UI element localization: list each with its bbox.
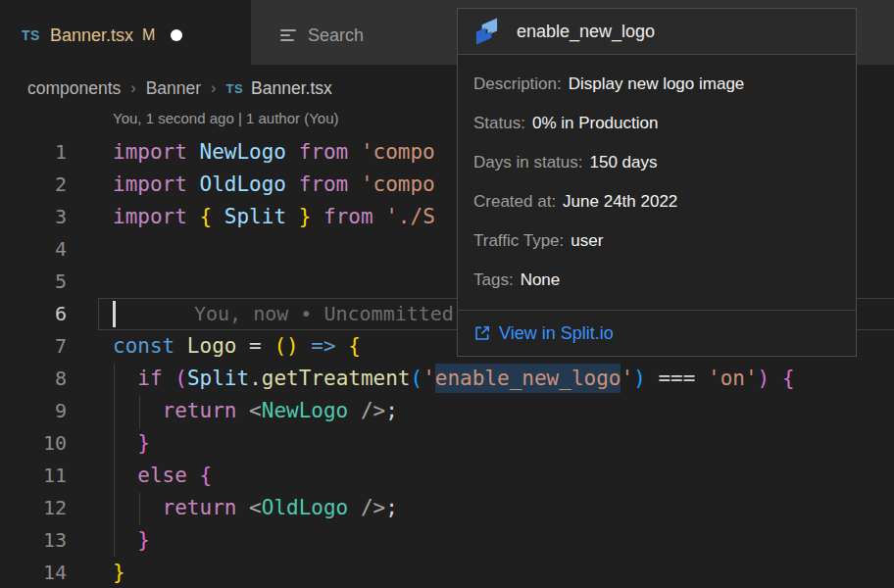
popup-row: Traffic Type:user	[473, 221, 840, 261]
line-number[interactable]: 11	[0, 460, 67, 492]
typescript-file-icon: TS	[22, 27, 40, 43]
code-line: return <OldLogo />;	[113, 492, 795, 524]
chevron-right-icon: ›	[130, 79, 135, 97]
popup-rows: Description:Display new logo imageStatus…	[458, 55, 856, 300]
line-number[interactable]: 9	[0, 395, 67, 427]
tab-search[interactable]: Search	[251, 0, 387, 65]
line-number[interactable]: 3	[0, 201, 67, 233]
line-number[interactable]: 14	[0, 557, 67, 588]
popup-row: Created at:June 24th 2022	[473, 182, 840, 221]
line-number[interactable]: 2	[0, 169, 67, 201]
search-editor-icon	[280, 29, 296, 41]
link-label: View in Split.io	[499, 323, 614, 344]
popup-row: Status:0% in Production	[473, 104, 840, 143]
code-line: }	[113, 557, 795, 588]
code-line: }	[113, 524, 795, 557]
typescript-file-icon: TS	[225, 81, 243, 96]
line-number[interactable]: 10	[0, 427, 67, 460]
popup-row: Days in status:150 days	[473, 143, 840, 182]
line-number[interactable]: 8	[0, 363, 67, 395]
tab-title: Banner.tsx	[50, 25, 133, 46]
line-number[interactable]: 4	[0, 233, 67, 266]
code-line: }	[113, 427, 795, 460]
breadcrumb-subfolder[interactable]: Banner	[146, 78, 201, 99]
popup-header: enable_new_logo	[458, 9, 856, 55]
split-io-logo-icon	[473, 17, 500, 46]
line-number[interactable]: 12	[0, 492, 67, 524]
tab-title: Search	[308, 25, 364, 46]
line-number[interactable]: 1	[0, 136, 67, 169]
breadcrumb-folder[interactable]: components	[27, 78, 121, 99]
breadcrumb: components › Banner › TS Banner.tsx	[27, 76, 332, 100]
split-flag-hover-popup: enable_new_logo Description:Display new …	[457, 8, 857, 357]
code-line: if (Split.getTreatment('enable_new_logo'…	[113, 363, 795, 395]
external-link-icon	[473, 324, 491, 342]
code-line: else {	[113, 460, 795, 492]
breadcrumb-file[interactable]: Banner.tsx	[251, 78, 332, 99]
line-number[interactable]: 7	[0, 330, 67, 363]
line-number[interactable]: 13	[0, 524, 67, 557]
codelens-blame[interactable]: You, 1 second ago | 1 author (You)	[113, 110, 338, 126]
popup-footer: View in Split.io	[458, 310, 856, 356]
view-in-split-link[interactable]: View in Split.io	[473, 323, 614, 344]
line-number[interactable]: 6	[0, 298, 67, 330]
git-modified-badge: M	[142, 26, 155, 44]
popup-row: Tags:None	[473, 261, 840, 300]
vscode-window: TS Banner.tsx M Search components › Bann…	[0, 0, 894, 588]
chevron-right-icon: ›	[211, 79, 216, 97]
gutter: 1234567891011121314	[0, 136, 67, 588]
popup-row: Description:Display new logo image	[473, 65, 840, 104]
line-number[interactable]: 5	[0, 266, 67, 298]
tab-banner-tsx[interactable]: TS Banner.tsx M	[0, 0, 251, 65]
code-line: return <NewLogo />;	[113, 395, 795, 427]
popup-title: enable_new_logo	[517, 22, 655, 42]
unsaved-dot-icon[interactable]	[171, 29, 182, 41]
